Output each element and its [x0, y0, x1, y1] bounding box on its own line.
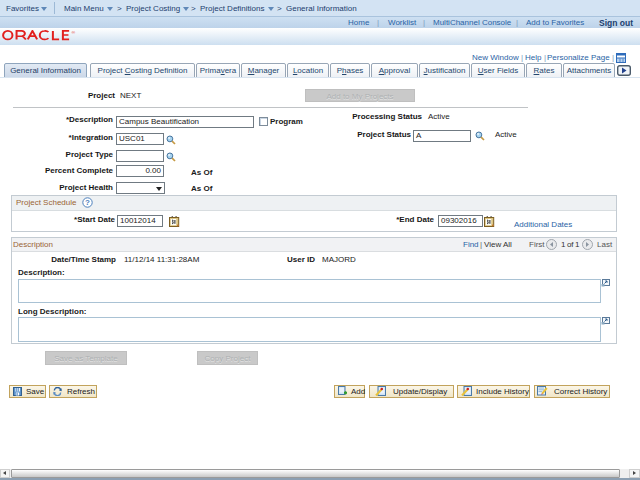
svg-text:?: ? — [85, 198, 90, 207]
svg-text:®: ® — [71, 30, 75, 35]
